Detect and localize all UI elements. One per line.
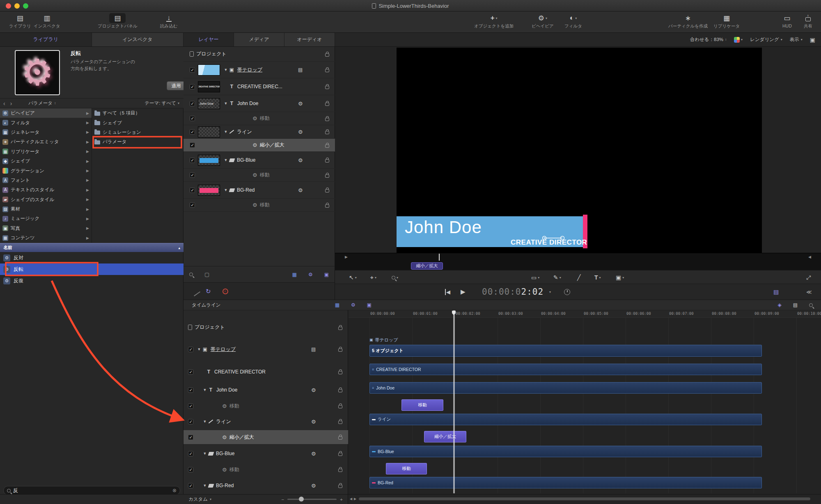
lock-icon[interactable]	[325, 174, 329, 178]
lock-icon[interactable]	[325, 118, 329, 121]
lock-icon[interactable]	[325, 69, 329, 72]
text-tool-button[interactable]: T▾	[594, 270, 601, 284]
lower-third-name-text[interactable]: John Doe	[405, 218, 482, 237]
folder-simulation[interactable]: シミュレーション	[92, 128, 183, 137]
timeline-row-bg-blue[interactable]: ▼ BG-Blue ⚙	[183, 446, 348, 461]
behavior-onscreen-control[interactable]	[541, 234, 567, 242]
tracks-icon[interactable]: ▤	[793, 302, 798, 308]
lock-icon[interactable]	[338, 453, 342, 456]
show-filters-icon[interactable]: ▣	[367, 302, 372, 308]
timeline-row-scale-selected[interactable]: ⚙ 縮小／拡大	[183, 430, 348, 444]
layer-row-creative-director[interactable]: CREATIVE DIRECTOR T CREATIVE DIREC...	[183, 78, 335, 95]
result-hanpuku[interactable]: ⚙反復	[0, 275, 183, 286]
select-tool-button[interactable]: ↖▾	[349, 270, 357, 284]
visibility-checkbox[interactable]	[188, 435, 193, 440]
tab-layers[interactable]: レイヤー	[183, 33, 234, 46]
visibility-checkbox[interactable]	[188, 483, 193, 488]
apply-button[interactable]: 適用	[167, 81, 186, 90]
timecode-chevron-icon[interactable]: ▾	[549, 290, 551, 294]
category-shape-styles[interactable]: ▰シェイプのスタイル▶	[0, 195, 92, 204]
folder-all[interactable]: すべて（5 項目）	[92, 108, 183, 118]
hud-button[interactable]: ▭ HUD	[782, 13, 792, 28]
show-images-icon[interactable]: ▦	[292, 272, 297, 277]
search-input[interactable]	[13, 488, 170, 493]
track-bar-behavior-move[interactable]: 移動	[401, 399, 443, 411]
library-button[interactable]: ▤ ライブラリ	[9, 13, 31, 29]
visibility-checkbox[interactable]	[190, 202, 195, 208]
range-end-marker-icon[interactable]: ◀	[808, 255, 811, 259]
project-row[interactable]: プロジェクト	[183, 47, 335, 62]
visibility-checkbox[interactable]	[190, 67, 195, 73]
lock-icon[interactable]	[338, 485, 342, 488]
disclosure-triangle-icon[interactable]: ▼	[203, 483, 207, 488]
line-tool-button[interactable]: ╱	[577, 270, 580, 284]
layer-row-john-doe[interactable]: John Doe ▼ T John Doe ⚙	[183, 95, 335, 112]
category-shapes[interactable]: ◆シェイプ▶	[0, 156, 92, 166]
timeline-row-john-doe[interactable]: ▼ T John Doe ⚙	[183, 383, 348, 397]
category-behaviors[interactable]: ⚙ビヘイビア▶	[0, 108, 92, 118]
forward-chevron-icon[interactable]: ›	[10, 100, 12, 107]
share-button[interactable]: 共有	[804, 13, 812, 29]
lock-icon[interactable]	[325, 204, 329, 208]
collapse-chevron-icon[interactable]: ▴	[178, 246, 180, 250]
category-gradients[interactable]: グラデーション▶	[0, 166, 92, 175]
transform-tool-button[interactable]: ⌖▾	[370, 270, 376, 284]
behavior-row-move[interactable]: ⚙ 移動	[183, 112, 335, 125]
lock-icon[interactable]	[325, 144, 329, 148]
visibility-checkbox[interactable]	[188, 347, 193, 352]
track-bar-bg-red[interactable]: BG-Red	[369, 477, 762, 488]
timeline-project-row[interactable]: プロジェクト	[183, 320, 348, 334]
track-bar-behavior-move[interactable]: 移動	[386, 463, 427, 474]
theme-dropdown[interactable]: テーマ: すべて▾	[144, 100, 179, 106]
custom-zoom-dropdown[interactable]: カスタム▾	[188, 496, 211, 502]
zoom-fit-dropdown[interactable]: 合わせる：83%↕	[690, 37, 727, 43]
disclosure-triangle-icon[interactable]: ▼	[203, 419, 207, 424]
track-bar-group[interactable]: 5 オブジェクト	[369, 345, 762, 357]
visibility-checkbox[interactable]	[188, 467, 193, 472]
visibility-checkbox[interactable]	[188, 419, 193, 424]
filter-search-icon[interactable]	[189, 273, 193, 276]
track-bar-creative-director[interactable]: ≡ CREATIVE DIRECTOR	[369, 364, 762, 375]
keyframes-icon[interactable]: ◈	[777, 302, 781, 308]
show-filters-icon[interactable]: ▣	[324, 272, 329, 277]
track-bar-john-doe[interactable]: ≡ John Doe	[369, 382, 762, 394]
visibility-checkbox[interactable]	[190, 188, 195, 193]
record-icon[interactable]	[222, 289, 228, 294]
visibility-checkbox[interactable]	[188, 403, 193, 409]
visibility-checkbox[interactable]	[188, 451, 193, 456]
lock-icon[interactable]	[325, 131, 329, 134]
lock-icon[interactable]	[338, 436, 342, 440]
horizontal-scrollbar[interactable]	[359, 497, 810, 500]
zoom-in-icon[interactable]: +	[340, 497, 343, 502]
behavior-applied-gear-icon[interactable]: ⚙	[298, 187, 303, 193]
lock-icon[interactable]	[338, 371, 342, 374]
category-text-styles[interactable]: Aテキストのスタイル▶	[0, 185, 92, 195]
visibility-checkbox[interactable]	[190, 158, 195, 163]
behavior-applied-gear-icon[interactable]: ⚙	[298, 101, 303, 107]
timeline-ruler[interactable]: 00:00:00:00 00:00:01:00 00:00:02:00 00:0…	[349, 310, 821, 318]
disclosure-triangle-icon[interactable]: ▼	[224, 101, 228, 105]
disclosure-triangle-icon[interactable]: ▼	[224, 158, 228, 162]
result-hanten-selected[interactable]: ⚙反転	[0, 263, 183, 275]
behavior-applied-gear-icon[interactable]: ⚙	[311, 451, 316, 457]
clock-icon[interactable]	[564, 289, 570, 295]
import-button[interactable]: ↓ 読み込む	[160, 13, 178, 29]
lock-icon[interactable]	[325, 159, 329, 163]
channels-dropdown[interactable]: ▾	[734, 37, 743, 43]
track-bar-line[interactable]: ライン	[369, 414, 762, 425]
layer-row-group[interactable]: ▼ ▣ 帯テロップ ▤	[183, 62, 335, 78]
category-fonts[interactable]: Aフォント▶	[0, 176, 92, 185]
lock-icon[interactable]	[338, 405, 342, 408]
track-bar-behavior-scale[interactable]: 縮小／拡大	[424, 431, 466, 442]
lock-icon[interactable]	[325, 189, 329, 192]
category-generators[interactable]: ▦ジェネレータ▶	[0, 128, 92, 137]
loop-playback-icon[interactable]: ↻	[206, 288, 211, 295]
behavior-row-move[interactable]: ⚙ 移動	[183, 199, 335, 212]
timeline-zoom-icon[interactable]	[809, 303, 813, 307]
category-music[interactable]: ♪ミュージック▶	[0, 214, 92, 223]
make-particles-button[interactable]: ∗ パーティクルを作成	[668, 13, 708, 29]
lock-icon[interactable]	[338, 421, 342, 424]
timeline-row-bg-red[interactable]: ▼ BG-Red ⚙	[183, 478, 348, 493]
behaviors-menu-button[interactable]: ⚙▾ ビヘイビア	[532, 13, 554, 29]
timeline-row-line[interactable]: ▼ ライン ⚙	[183, 415, 348, 428]
